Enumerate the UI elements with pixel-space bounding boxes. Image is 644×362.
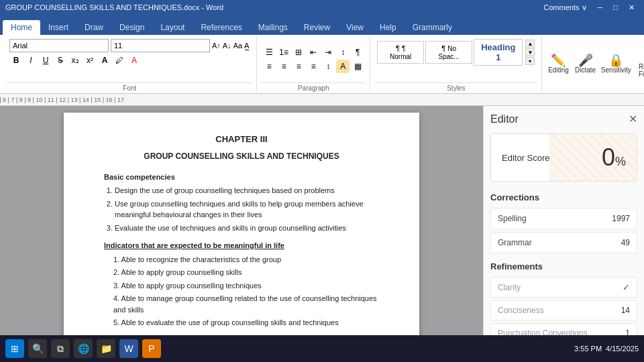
tab-layout[interactable]: Layout [152,20,193,35]
font-case-btn[interactable]: Aa [233,42,242,50]
highlight-btn[interactable]: 🖊 [113,54,126,67]
styles-section: ¶ ¶ Normal ¶ No Spac... Heading 1 ▲ ▼ ▾ … [370,36,542,92]
shading-btn[interactable]: A [336,60,350,73]
editor-score-value: 0 [602,143,615,171]
indicators-heading: Indicators that are expected to be meani… [104,240,379,251]
grammar-label: Grammar [498,238,532,247]
style-scroll-down[interactable]: ▼ [525,48,535,56]
line-spacing-btn[interactable]: ↕ [321,60,335,73]
underline-btn[interactable]: U [39,54,52,67]
style-scroll: ▲ ▼ ▾ [525,40,535,65]
conciseness-row[interactable]: Conciseness 14 [490,300,637,320]
conciseness-count: 14 [621,306,630,315]
font-shrink-btn[interactable]: A↓ [223,42,231,50]
menu-bar: Home Insert Draw Design Layout Reference… [0,15,644,35]
list-item: Evaluate the use of techniques and skill… [115,223,379,234]
comments-btn[interactable]: Comments ∨ [539,3,590,12]
ruler-content: 1 | 1 | 2 | 3 | 4 | 5 | 6 | 7 | 8 | 9 | … [34,97,523,103]
grammar-row[interactable]: Grammar 49 [490,232,637,253]
align-right-btn[interactable]: ≡ [292,60,305,73]
style-expand[interactable]: ▾ [525,57,535,65]
align-center-btn[interactable]: ≡ [277,60,290,73]
pilcrow-btn[interactable]: ¶ [351,46,364,59]
font-name-input[interactable] [9,39,109,52]
paragraph-section: ☰ 1≡ ⊞ ⇤ ⇥ ↕ ¶ ≡ ≡ ≡ ≡ ↕ A ▦ [257,36,370,92]
tab-design[interactable]: Design [111,20,152,35]
tab-insert[interactable]: Insert [40,20,76,35]
tab-mailings[interactable]: Mailings [250,20,296,35]
dictate-btn[interactable]: 🎤 Dictate [573,52,597,76]
decrease-indent-btn[interactable]: ⇤ [307,46,320,59]
list-item: 3. Able to apply group counselling techn… [104,280,379,292]
font-color-btn[interactable]: A [127,54,141,67]
style-nospace[interactable]: ¶ No Spac... [425,41,472,64]
borders-btn[interactable]: ▦ [351,60,364,73]
styles-section-label: Styles [374,82,537,92]
taskbar-right: 3:55 PM 4/15/2025 [574,345,639,353]
font-grow-btn[interactable]: A↑ [212,42,221,50]
tab-view[interactable]: View [338,20,372,35]
sensitivity-icon: 🔒 [608,54,623,66]
tab-references[interactable]: References [193,20,250,35]
clear-format-btn[interactable]: A̲ [244,42,250,50]
bullets-btn[interactable]: ☰ [262,46,276,59]
word-btn[interactable]: W [119,339,138,358]
bold-btn[interactable]: B [9,54,23,67]
grammar-count: 49 [621,238,630,247]
reuse-files-btn[interactable]: 📂 Reuse Files [635,48,644,80]
superscript-btn[interactable]: x² [83,54,97,67]
editor-close-btn[interactable]: ✕ [629,113,637,125]
indicators-list: 1. Able to recognize the characteristics… [104,254,379,328]
tab-review[interactable]: Review [296,20,338,35]
list-item: Use group counselling techniques and ski… [115,198,379,221]
window-controls: Comments ∨ ─ □ ✕ [539,3,639,12]
align-left-btn[interactable]: ≡ [262,60,276,73]
taskbar-date: 4/15/2025 [606,345,639,353]
tab-home[interactable]: Home [3,20,40,35]
taskview-btn[interactable]: ⧉ [51,339,70,358]
paragraph-section-label: Paragraph [261,82,366,92]
clarity-check: ✓ [623,282,630,292]
italic-btn[interactable]: I [24,54,38,67]
style-scroll-up[interactable]: ▲ [525,40,535,48]
title-bar: GROUP COUNSELLING SKILLS AND TECHNIQUES.… [0,0,644,15]
spelling-count: 1997 [612,214,630,223]
start-btn[interactable]: ⊞ [5,339,24,358]
font-color-a-btn[interactable]: A [98,54,111,67]
spelling-row[interactable]: Spelling 1997 [490,208,637,229]
explorer-btn[interactable]: 📁 [97,339,115,358]
editor-header: Editor ✕ [490,113,637,125]
justify-btn[interactable]: ≡ [307,60,320,73]
style-normal[interactable]: ¶ ¶ Normal [377,41,424,64]
powerpoint-btn[interactable]: P [142,339,161,358]
maximize-btn[interactable]: □ [609,3,622,12]
numbering-btn[interactable]: 1≡ [277,46,290,59]
clarity-label: Clarity [498,283,521,292]
tab-help[interactable]: Help [372,20,405,35]
clarity-row[interactable]: Clarity ✓ [490,277,637,298]
edge-btn[interactable]: 🌐 [74,339,93,358]
increase-indent-btn[interactable]: ⇥ [321,46,335,59]
sort-btn[interactable]: ↕ [336,46,350,59]
taskbar-left: ⊞ 🔍 ⧉ 🌐 📁 W P [5,339,161,358]
search-btn[interactable]: 🔍 [28,339,47,358]
editor-score-box: Editor Score 0% [490,133,637,182]
sensitivity-btn[interactable]: 🔒 Sensitivity [600,52,632,76]
list-item: 1. Able to recognize the characteristics… [104,254,379,265]
ribbon: A↑ A↓ Aa A̲ B I U S̶ x₂ x² A 🖊 A Font [0,35,644,94]
taskbar-time: 3:55 PM [574,345,602,353]
basic-competencies-list: Design the use of group counselling tech… [104,185,379,233]
tab-draw[interactable]: Draw [76,20,111,35]
style-heading1[interactable]: Heading 1 [474,39,523,66]
editing-btn[interactable]: ✏️ Editing [546,52,570,76]
strikethrough-btn[interactable]: S̶ [54,54,67,67]
basic-competencies-heading: Basic competencies [104,172,379,183]
font-size-input[interactable] [111,39,210,52]
subscript-btn[interactable]: x₂ [68,54,82,67]
close-btn[interactable]: ✕ [625,3,639,12]
document-page: CHAPTER III GROUP COUNSELLING SKILLS AND… [64,113,419,362]
minimize-btn[interactable]: ─ [594,3,607,12]
tab-grammarly[interactable]: Grammarly [405,20,460,35]
list-item: 5. Able to evaluate the use of group cou… [104,317,379,328]
multilevel-btn[interactable]: ⊞ [292,46,305,59]
